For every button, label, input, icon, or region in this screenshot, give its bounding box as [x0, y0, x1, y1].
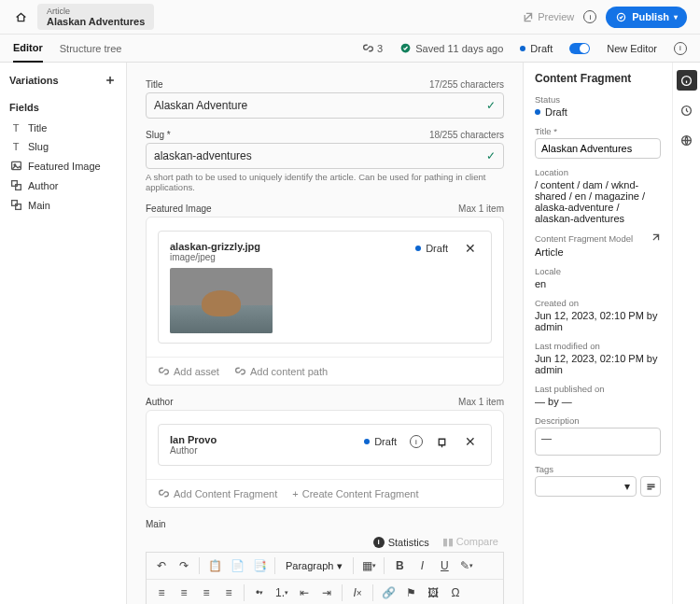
tags-browse-button[interactable] [640, 476, 661, 497]
rail-tab-properties[interactable] [677, 70, 697, 91]
status-dot-icon [415, 246, 421, 251]
open-fragment-icon[interactable] [436, 436, 448, 448]
field-item-author[interactable]: Author [0, 176, 126, 195]
undo-button[interactable]: ↶ [151, 555, 172, 576]
publish-button[interactable]: Publish ▾ [606, 7, 687, 28]
new-editor-toggle[interactable] [569, 43, 590, 54]
open-model-icon[interactable] [649, 232, 661, 245]
rail-location: / content / dam / wknd-shared / en / mag… [535, 179, 661, 224]
author-card[interactable]: Ian Provo Author Draft i [158, 424, 492, 466]
redo-button[interactable]: ↷ [174, 555, 194, 576]
outdent-button[interactable]: ⇤ [294, 583, 315, 603]
featured-label: Featured Image [146, 204, 212, 214]
valid-check-icon: ✓ [486, 99, 496, 112]
editor-canvas: Title 17/255 characters Alaskan Adventur… [127, 63, 523, 604]
align-justify-button[interactable]: ≡ [218, 583, 239, 603]
rail-desc-label: Description [535, 415, 661, 426]
text-icon: T [9, 141, 22, 152]
bold-button[interactable]: B [389, 555, 410, 576]
clear-format-button[interactable]: I× [347, 583, 368, 603]
table-button[interactable]: ▦ ▾ [358, 555, 379, 576]
field-item-main[interactable]: Main [0, 195, 126, 215]
rail-modified: Jun 12, 2023, 02:10 PM by admin [535, 353, 661, 375]
align-center-button[interactable]: ≡ [174, 583, 194, 603]
field-item-title[interactable]: TTitle [0, 119, 126, 137]
link-count[interactable]: 3 [362, 42, 383, 54]
remove-author-button[interactable]: ✕ [461, 434, 480, 449]
rail-locale: en [535, 278, 661, 289]
editor-info-icon[interactable]: i [674, 42, 687, 55]
paragraph-style-select[interactable]: Paragraph ▾ [280, 557, 348, 575]
add-content-path-button[interactable]: Add content path [234, 365, 328, 377]
fields-heading: Fields [0, 98, 126, 119]
svg-rect-7 [15, 204, 21, 210]
info-icon[interactable]: i [583, 10, 596, 23]
paste-word-button[interactable]: 📑 [249, 555, 270, 576]
home-icon[interactable] [13, 9, 28, 24]
bullet-list-button[interactable]: • ▾ [249, 583, 270, 603]
tab-editor[interactable]: Editor [13, 35, 43, 63]
statistics-button[interactable]: i Statistics [373, 537, 429, 548]
rail-description-input[interactable]: — [535, 428, 661, 456]
rail-title-label: Title * [535, 126, 661, 136]
align-left-button[interactable]: ≡ [151, 583, 172, 603]
topbar: Article Alaskan Adventures Preview i Pub… [0, 0, 700, 35]
paste-button[interactable]: 📋 [204, 555, 225, 576]
author-info-icon[interactable]: i [410, 435, 423, 448]
preview-button[interactable]: Preview [522, 11, 574, 23]
chevron-down-icon: ▾ [337, 560, 343, 572]
add-content-fragment-button[interactable]: Add Content Fragment [158, 487, 277, 499]
rail-location-label: Location [535, 167, 661, 177]
breadcrumb-type: Article [47, 7, 145, 16]
add-asset-button[interactable]: Add asset [158, 365, 219, 377]
slug-helper: A short path to be used to uniquely iden… [146, 172, 504, 192]
rail-tab-translations[interactable] [677, 130, 697, 150]
indent-button[interactable]: ⇥ [316, 583, 337, 603]
chevron-down-icon: ▾ [624, 480, 630, 493]
tags-select[interactable]: ▾ [535, 476, 637, 497]
image-button[interactable]: 🖼 [423, 583, 443, 603]
create-content-fragment-button[interactable]: + Create Content Fragment [292, 487, 418, 499]
info-icon: i [373, 537, 385, 548]
author-name: Ian Provo [170, 434, 217, 445]
special-char-button[interactable]: Ω [445, 583, 466, 603]
compare-icon: ▮▮ [442, 536, 454, 547]
breadcrumb[interactable]: Article Alaskan Adventures [37, 4, 154, 30]
italic-button[interactable]: I [412, 555, 432, 576]
variations-heading: Variations [9, 75, 59, 86]
field-slug: Slug * 18/255 characters alaskan-adventu… [146, 130, 504, 192]
subbar: Editor Structure tree 3 Saved 11 days ag… [0, 35, 700, 63]
slug-input[interactable]: alaskan-adventures ✓ [146, 143, 504, 169]
rail-model-label: Content Fragment Model [535, 233, 633, 244]
underline-button[interactable]: U [434, 555, 455, 576]
author-status: Draft [364, 436, 397, 447]
asset-card[interactable]: alaskan-grizzly.jpg image/jpeg Draft [158, 231, 492, 344]
rail-title-input[interactable] [535, 138, 661, 159]
svg-rect-4 [11, 181, 17, 187]
link-button[interactable]: 🔗 [378, 583, 399, 603]
breadcrumb-title: Alaskan Adventures [47, 16, 145, 27]
remove-asset-button[interactable]: ✕ [461, 241, 480, 256]
status-dot-icon [535, 109, 540, 115]
add-variation-button[interactable]: ＋ [104, 72, 117, 89]
asset-thumbnail [170, 268, 273, 333]
highlight-button[interactable]: ✎▾ [456, 555, 477, 576]
svg-rect-6 [11, 201, 17, 206]
field-item-slug[interactable]: TSlug [0, 137, 126, 156]
compare-button[interactable]: ▮▮ Compare [442, 536, 498, 548]
rail-heading: Content Fragment [535, 72, 661, 85]
rail-model: Article [535, 246, 661, 258]
title-input[interactable]: Alaskan Adventure ✓ [146, 92, 504, 119]
field-main: Main i Statistics ▮▮ Compare ↶ ↷ [146, 519, 504, 604]
tab-structure-tree[interactable]: Structure tree [60, 35, 122, 62]
align-right-button[interactable]: ≡ [196, 583, 217, 603]
rte-toolbar: ↶ ↷ 📋 📄 📑 Paragraph ▾ ▦ ▾ B I U [146, 552, 504, 604]
anchor-button[interactable]: ⚑ [400, 583, 421, 603]
draft-status: Draft [520, 43, 553, 54]
title-char-count: 17/255 characters [429, 79, 504, 90]
paste-text-button[interactable]: 📄 [227, 555, 247, 576]
number-list-button[interactable]: 1. ▾ [272, 583, 292, 603]
author-max: Max 1 item [458, 397, 504, 407]
field-item-featured-image[interactable]: Featured Image [0, 156, 126, 176]
rail-tab-history[interactable] [677, 100, 697, 120]
